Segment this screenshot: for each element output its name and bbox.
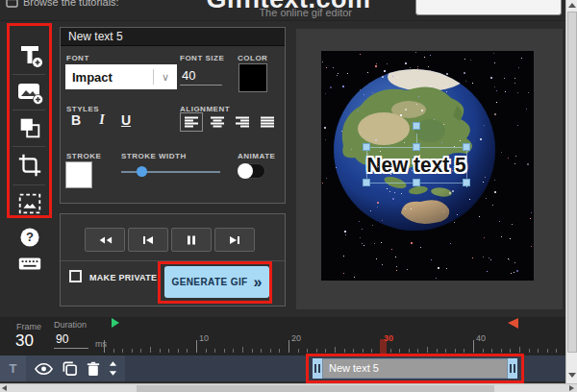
align-right-button[interactable] bbox=[231, 112, 254, 132]
color-swatch[interactable] bbox=[238, 63, 267, 92]
timeline-ruler[interactable]: 10203040 bbox=[0, 317, 577, 355]
horizontal-scrollbar-thumb[interactable] bbox=[137, 385, 494, 392]
end-marker-icon[interactable] bbox=[508, 318, 518, 329]
ruler-tick bbox=[325, 349, 326, 353]
crop-icon bbox=[16, 152, 43, 179]
start-marker-icon[interactable] bbox=[112, 318, 119, 328]
layer-reorder-button[interactable] bbox=[109, 360, 117, 377]
next-frame-button[interactable] bbox=[214, 228, 255, 252]
layer-visibility-button[interactable] bbox=[35, 362, 53, 376]
align-center-button[interactable] bbox=[206, 112, 229, 132]
resize-handle-bottom-left[interactable] bbox=[363, 179, 370, 186]
panel-title: New text 5 bbox=[61, 28, 285, 46]
add-text-tool[interactable] bbox=[14, 39, 45, 70]
layer-delete-button[interactable] bbox=[87, 361, 100, 377]
bold-button[interactable]: B bbox=[66, 112, 86, 128]
add-image-tool[interactable] bbox=[14, 77, 45, 108]
keyboard-shortcuts-tool[interactable] bbox=[14, 248, 45, 279]
bar-end-grip[interactable] bbox=[507, 358, 517, 379]
star bbox=[428, 66, 429, 67]
star bbox=[470, 60, 471, 61]
italic-button[interactable]: I bbox=[92, 112, 112, 128]
make-private-checkbox[interactable] bbox=[69, 270, 82, 282]
star bbox=[472, 83, 473, 84]
preview-canvas[interactable]: New text 5 bbox=[321, 51, 534, 281]
ruler-tick bbox=[399, 349, 400, 353]
svg-text:?: ? bbox=[26, 230, 34, 244]
bar-start-grip[interactable] bbox=[313, 358, 323, 379]
scroll-left-icon[interactable] bbox=[2, 385, 7, 391]
ruler-tick bbox=[437, 349, 438, 353]
layer-duplicate-button[interactable] bbox=[62, 360, 78, 377]
star bbox=[466, 186, 467, 187]
star bbox=[490, 77, 492, 79]
align-justify-button[interactable] bbox=[256, 112, 279, 132]
star bbox=[501, 152, 502, 153]
stroke-color-swatch[interactable] bbox=[65, 161, 92, 188]
canvas-frame-icon bbox=[16, 190, 43, 217]
pause-button[interactable] bbox=[171, 228, 212, 252]
star bbox=[372, 170, 373, 171]
star bbox=[375, 139, 377, 141]
star bbox=[367, 72, 368, 73]
star bbox=[391, 249, 392, 250]
rotation-handle[interactable] bbox=[413, 122, 420, 130]
vertical-scrollbar[interactable] bbox=[565, 0, 577, 383]
font-dropdown[interactable]: Impact ∨ bbox=[65, 64, 177, 89]
scroll-up-icon[interactable] bbox=[568, 3, 576, 8]
ruler-tick bbox=[316, 349, 317, 353]
star bbox=[421, 110, 423, 111]
star bbox=[372, 92, 373, 93]
star bbox=[446, 91, 447, 92]
star bbox=[515, 156, 516, 157]
previous-frame-button[interactable] bbox=[128, 228, 168, 252]
star bbox=[337, 75, 338, 76]
star bbox=[326, 67, 327, 68]
ruler-tick bbox=[178, 349, 179, 353]
scroll-down-icon[interactable] bbox=[568, 373, 576, 378]
resize-handle-top-center[interactable] bbox=[413, 143, 420, 151]
star bbox=[390, 165, 391, 166]
star bbox=[514, 78, 515, 79]
scroll-right-icon[interactable] bbox=[569, 385, 574, 391]
resize-handle-top-left[interactable] bbox=[363, 143, 370, 151]
star bbox=[494, 113, 496, 115]
ruler-tick bbox=[529, 349, 530, 353]
generate-gif-label: GENERATE GIF bbox=[172, 277, 248, 287]
rewind-button[interactable] bbox=[85, 228, 125, 252]
duplicate-icon bbox=[62, 360, 78, 377]
star bbox=[494, 62, 495, 63]
underline-button[interactable]: U bbox=[116, 112, 136, 128]
ruler-label: 40 bbox=[476, 333, 486, 343]
layers-tool[interactable] bbox=[14, 112, 45, 143]
rewind-icon bbox=[97, 235, 113, 245]
header-action-box[interactable] bbox=[415, 0, 562, 15]
generate-gif-button[interactable]: GENERATE GIF » bbox=[164, 266, 269, 298]
ruler-tick bbox=[104, 340, 105, 353]
font-size-input[interactable] bbox=[180, 68, 222, 86]
align-left-button[interactable] bbox=[180, 112, 203, 132]
animate-toggle[interactable] bbox=[238, 163, 265, 179]
star bbox=[514, 83, 515, 84]
star bbox=[483, 182, 484, 183]
layer-duration-bar[interactable]: New text 5 bbox=[313, 358, 517, 379]
star bbox=[390, 174, 391, 175]
star bbox=[343, 256, 344, 257]
ruler-tick bbox=[353, 349, 354, 353]
star bbox=[400, 114, 402, 116]
stroke-width-slider[interactable] bbox=[121, 165, 220, 179]
slider-handle[interactable] bbox=[137, 166, 147, 177]
crop-tool[interactable] bbox=[14, 150, 45, 181]
star bbox=[401, 193, 402, 194]
star bbox=[441, 142, 442, 143]
vertical-scrollbar-thumb[interactable] bbox=[567, 12, 577, 353]
resize-handle-top-right[interactable] bbox=[463, 143, 470, 151]
resize-handle-bottom-center[interactable] bbox=[413, 179, 420, 186]
ruler-tick bbox=[113, 349, 114, 353]
text-properties-panel: New text 5 FONT Impact ∨ FONT SIZE COLOR… bbox=[60, 27, 286, 204]
star bbox=[496, 90, 497, 91]
horizontal-scrollbar[interactable] bbox=[0, 383, 577, 392]
canvas-frame-tool[interactable] bbox=[14, 188, 45, 219]
star bbox=[325, 139, 326, 140]
preview-panel: New text 5 bbox=[296, 29, 563, 309]
